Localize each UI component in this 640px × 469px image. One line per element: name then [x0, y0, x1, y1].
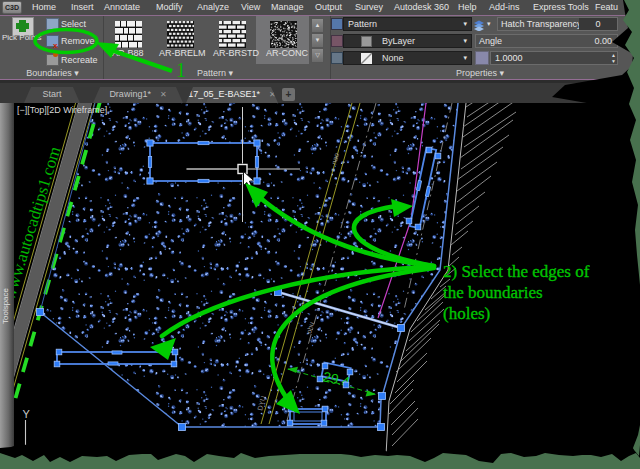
- svg-text:1: 1: [176, 59, 186, 81]
